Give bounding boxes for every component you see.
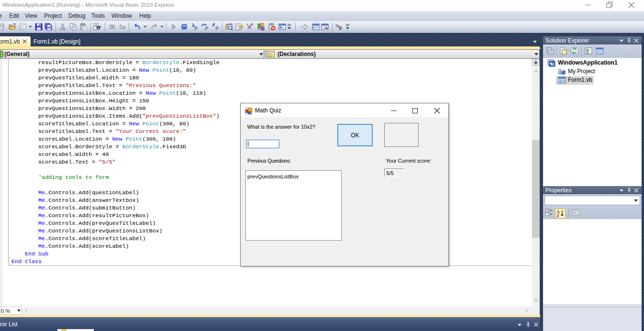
svg-text:Z: Z — [556, 213, 559, 218]
